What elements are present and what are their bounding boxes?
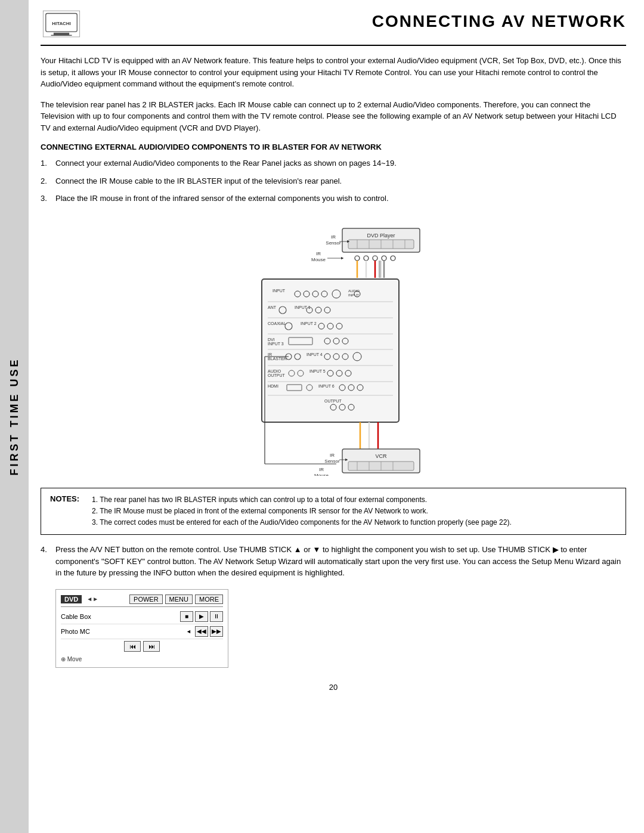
svg-text:INPUT 5: INPUT 5 [309,369,326,373]
notes-label: NOTES: [50,494,83,529]
svg-text:HDMI: HDMI [268,384,278,388]
notes-content: 1. The rear panel has two IR BLASTER inp… [92,494,512,529]
cable-box-row: Cable Box ■ ▶ ⏸ [61,609,223,624]
photo-mc-label: Photo MC [61,628,182,635]
svg-text:INPUT 6: INPUT 6 [318,384,335,388]
intro-paragraph-1: Your Hitachi LCD TV is equipped with an … [41,55,626,90]
header: HITACHI CONNECTING AV NETWORK [41,0,626,46]
svg-text:Sensor: Sensor [324,459,340,464]
svg-point-23 [391,256,395,261]
ui-mockup: DVD ◄► POWER MENU MORE Cable Box ■ ▶ ⏸ [55,589,228,668]
step-4-text: Press the A/V NET button on the remote c… [55,544,626,579]
photo-mc-controls: ◀◀ ▶▶ [195,626,223,637]
photo-mc-rewind[interactable]: ◀◀ [195,626,208,637]
step-4-num: 4. [41,544,55,579]
svg-text:DVI: DVI [268,337,275,342]
step-3-text: Place the IR mouse in front of the infra… [55,193,389,205]
ui-mockup-buttons: POWER MENU MORE [129,594,223,604]
svg-text:VCR: VCR [375,453,387,459]
page-wrapper: FIRST TIME USE HITACHI CONNECTING AV NET… [0,0,644,833]
photo-mc-ff[interactable]: ▶▶ [210,626,223,637]
svg-text:ANT: ANT [268,305,277,309]
nav-next[interactable]: ⏭ [143,641,160,652]
svg-point-19 [355,256,360,261]
ui-mockup-footer: ⊕ Move [61,654,223,662]
svg-text:INPUT 2: INPUT 2 [301,321,317,326]
svg-text:DVD Player: DVD Player [367,233,395,239]
svg-text:INPUT: INPUT [348,293,359,297]
step-4: 4. Press the A/V NET button on the remot… [41,544,626,579]
svg-point-22 [382,256,386,261]
svg-text:IR: IR [330,453,335,458]
svg-text:Mouse: Mouse [311,257,326,262]
step-1-num: 1. [41,157,55,169]
diagram-container: DVD Player IR Sensor IR Mouse [41,225,626,476]
dvd-label: DVD [61,595,82,603]
photo-mc-arrow: ◄ [186,628,191,634]
sidebar: FIRST TIME USE [0,0,29,833]
more-button[interactable]: MORE [195,594,223,604]
svg-point-20 [364,256,369,261]
step-1-text: Connect your external Audio/Video compon… [55,157,397,169]
svg-text:IR: IR [316,251,321,256]
cable-box-stop[interactable]: ■ [180,611,193,622]
svg-text:COAXIAL: COAXIAL [268,321,286,326]
main-content: HITACHI CONNECTING AV NETWORK Your Hitac… [29,0,644,833]
svg-text:IR: IR [319,467,324,472]
svg-text:Mouse: Mouse [314,473,329,476]
hitachi-logo: HITACHI [41,6,82,42]
ui-mockup-header: DVD ◄► POWER MENU MORE [61,594,223,607]
nav-row: ⏮ ⏭ [61,639,223,654]
svg-text:IR: IR [331,234,336,240]
menu-button[interactable]: MENU [165,594,193,604]
page-title: CONNECTING AV NETWORK [94,6,626,31]
dvd-arrow-indicator: ◄► [86,596,98,602]
sidebar-label: FIRST TIME USE [8,357,21,475]
power-button[interactable]: POWER [129,594,163,604]
svg-text:AUDIO: AUDIO [268,369,281,373]
step-2-num: 2. [41,175,55,187]
svg-text:OUTPUT: OUTPUT [324,399,342,403]
svg-text:INPUT 3: INPUT 3 [268,342,284,346]
step-2: 2. Connect the IR Mouse cable to the IR … [41,175,626,187]
note-2: 2. The IR Mouse must be placed in front … [92,506,512,517]
cable-box-controls: ■ ▶ ⏸ [180,611,223,622]
intro-paragraph-2: The television rear panel has 2 IR BLAST… [41,99,626,134]
section-heading: CONNECTING EXTERNAL AUDIO/VIDEO COMPONEN… [41,143,626,151]
notes-box: NOTES: 1. The rear panel has two IR BLAS… [41,488,626,535]
svg-text:OUTPUT: OUTPUT [268,373,286,377]
cable-box-play[interactable]: ▶ [195,611,208,622]
note-3: 3. The correct codes must be entered for… [92,517,512,528]
nav-prev[interactable]: ⏮ [124,641,141,652]
svg-text:Sensor: Sensor [326,240,341,246]
step-1: 1. Connect your external Audio/Video com… [41,157,626,169]
svg-text:HITACHI: HITACHI [52,21,70,26]
page-number: 20 [41,683,626,692]
step-3-num: 3. [41,193,55,205]
svg-point-21 [373,256,377,261]
svg-text:BLASTER: BLASTER [268,357,287,361]
note-1: 1. The rear panel has two IR BLASTER inp… [92,494,512,506]
step-2-text: Connect the IR Mouse cable to the IR BLA… [55,175,342,187]
photo-mc-row: Photo MC ◄ ◀◀ ▶▶ [61,624,223,639]
cable-box-pause[interactable]: ⏸ [210,611,223,622]
svg-text:INPUT 4: INPUT 4 [306,352,323,357]
steps-list: 1. Connect your external Audio/Video com… [41,157,626,210]
svg-text:INPUT: INPUT [273,289,286,293]
cable-box-label: Cable Box [61,613,177,620]
step-3: 3. Place the IR mouse in front of the in… [41,193,626,205]
av-network-diagram: DVD Player IR Sensor IR Mouse [232,225,435,476]
svg-text:IR: IR [268,352,272,357]
